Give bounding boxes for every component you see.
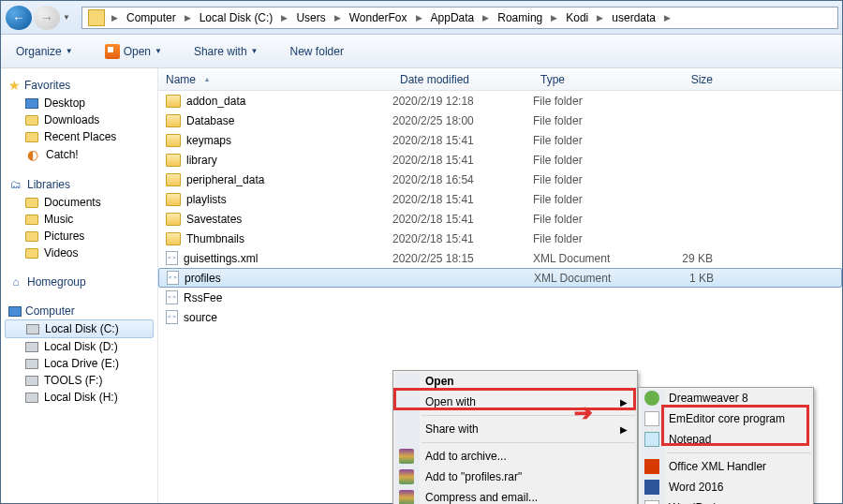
computer-icon bbox=[8, 306, 22, 317]
ctx-label: Share with bbox=[425, 422, 479, 436]
file-row[interactable]: Thumbnails2020/2/18 15:41File folder bbox=[158, 229, 842, 248]
file-row[interactable]: library2020/2/18 15:41File folder bbox=[158, 150, 842, 170]
file-row[interactable]: playlists2020/2/18 15:41File folder bbox=[158, 189, 842, 209]
file-row[interactable]: RssFee bbox=[158, 288, 842, 307]
ctx-open-with[interactable]: Open with▶ bbox=[393, 392, 637, 412]
dropdown-icon: ▼ bbox=[66, 47, 73, 55]
sub-dreamweaver[interactable]: Dreamweaver 8 bbox=[639, 388, 813, 408]
sidebar-item-documents[interactable]: Documents bbox=[1, 194, 157, 211]
ctx-add-profiles-rar[interactable]: Add to "profiles.rar" bbox=[393, 467, 637, 487]
submenu-arrow-icon: ▶ bbox=[620, 424, 628, 435]
file-name-cell: keymaps bbox=[166, 134, 392, 147]
forward-button: → bbox=[34, 6, 60, 30]
sidebar-item-catch[interactable]: ◐Catch! bbox=[1, 145, 157, 164]
favorites-header[interactable]: ★Favorites bbox=[1, 76, 157, 95]
drive-icon bbox=[25, 376, 38, 386]
ctx-label: Compress and email... bbox=[425, 491, 538, 504]
computer-group: Computer Local Disk (C:) Local Disk (D:)… bbox=[1, 303, 157, 406]
crumb-roaming[interactable]: Roaming bbox=[492, 7, 548, 28]
word-icon bbox=[644, 480, 659, 495]
ctx-add-archive[interactable]: Add to archive... bbox=[393, 446, 637, 467]
chevron-right-icon[interactable]: ▶ bbox=[278, 13, 290, 22]
file-name: Database bbox=[186, 114, 234, 127]
sidebar-item-videos[interactable]: Videos bbox=[1, 245, 157, 261]
sidebar-item-downloads[interactable]: Downloads bbox=[1, 111, 157, 128]
column-type[interactable]: Type bbox=[533, 73, 645, 86]
share-with-button[interactable]: Share with ▼ bbox=[188, 41, 264, 62]
address-bar[interactable]: ▶ Computer▶ Local Disk (C:)▶ Users▶ Wond… bbox=[81, 7, 838, 29]
sub-notepad[interactable]: Notepad bbox=[639, 429, 813, 450]
xml-file-icon bbox=[166, 310, 178, 324]
file-date-cell: 2020/2/18 15:41 bbox=[392, 134, 533, 147]
computer-header[interactable]: Computer bbox=[1, 303, 157, 319]
file-date-cell: 2020/2/19 12:18 bbox=[392, 95, 533, 108]
file-row[interactable]: addon_data2020/2/19 12:18File folder bbox=[158, 91, 842, 111]
file-type-cell: File folder bbox=[533, 114, 645, 127]
libraries-header[interactable]: 🗂Libraries bbox=[1, 175, 157, 194]
forward-arrow-icon: → bbox=[40, 10, 53, 25]
history-dropdown[interactable]: ▼ bbox=[61, 13, 72, 22]
sidebar-item-label: TOOLS (F:) bbox=[44, 374, 102, 387]
crumb-kodi[interactable]: Kodi bbox=[560, 7, 594, 28]
sub-officexml[interactable]: Office XML Handler bbox=[639, 456, 813, 477]
sidebar-item-recent[interactable]: Recent Places bbox=[1, 128, 157, 145]
sub-word[interactable]: Word 2016 bbox=[639, 477, 813, 497]
sidebar-item-music[interactable]: Music bbox=[1, 211, 157, 228]
crumb-computer[interactable]: Computer bbox=[121, 7, 182, 28]
rar-icon bbox=[399, 449, 414, 464]
column-name[interactable]: Name▴ bbox=[158, 73, 392, 86]
sidebar-item-drive-e[interactable]: Loca Drive (E:) bbox=[1, 355, 157, 372]
file-name: profiles bbox=[185, 272, 221, 285]
crumb-userdata[interactable]: userdata bbox=[606, 7, 661, 28]
sidebar-item-label: Documents bbox=[44, 196, 101, 209]
chevron-right-icon[interactable]: ▶ bbox=[594, 13, 606, 22]
chevron-right-icon[interactable]: ▶ bbox=[182, 13, 194, 22]
folder-icon bbox=[166, 173, 181, 186]
new-folder-button[interactable]: New folder bbox=[285, 41, 349, 62]
sub-emeditor[interactable]: EmEditor core program bbox=[639, 408, 813, 429]
catch-icon: ◐ bbox=[25, 147, 40, 162]
file-row[interactable]: Savestates2020/2/18 15:41File folder bbox=[158, 209, 842, 229]
file-type-cell: File folder bbox=[533, 193, 645, 206]
crumb-users[interactable]: Users bbox=[290, 7, 331, 28]
file-row[interactable]: source bbox=[158, 307, 842, 327]
column-headers: Name▴ Date modified Type Size bbox=[158, 68, 842, 91]
chevron-right-icon[interactable]: ▶ bbox=[480, 13, 492, 22]
chevron-right-icon[interactable]: ▶ bbox=[109, 13, 121, 22]
homegroup-header[interactable]: ⌂Homegroup bbox=[1, 273, 157, 291]
column-date[interactable]: Date modified bbox=[392, 73, 533, 86]
crumb-appdata[interactable]: AppData bbox=[425, 7, 481, 28]
chevron-right-icon[interactable]: ▶ bbox=[332, 13, 344, 22]
sub-wordpad[interactable]: WordPad bbox=[639, 497, 813, 504]
column-size[interactable]: Size bbox=[645, 73, 720, 86]
file-row[interactable]: guisettings.xml2020/2/25 18:15XML Docume… bbox=[158, 248, 842, 268]
chevron-right-icon[interactable]: ▶ bbox=[413, 13, 425, 22]
chevron-right-icon[interactable]: ▶ bbox=[661, 13, 673, 22]
drive-icon bbox=[25, 393, 38, 403]
crumb-localdisk-c[interactable]: Local Disk (C:) bbox=[194, 7, 279, 28]
sidebar-item-desktop[interactable]: Desktop bbox=[1, 95, 157, 111]
file-row[interactable]: profilesXML Document1 KB bbox=[158, 268, 842, 288]
sidebar-item-drive-d[interactable]: Local Disk (D:) bbox=[1, 338, 157, 355]
ctx-open[interactable]: Open bbox=[393, 371, 637, 392]
file-row[interactable]: Database2020/2/25 18:00File folder bbox=[158, 111, 842, 130]
file-row[interactable]: peripheral_data2020/2/18 16:54File folde… bbox=[158, 170, 842, 189]
sidebar-item-label: Desktop bbox=[44, 96, 85, 110]
ctx-compress-email[interactable]: Compress and email... bbox=[393, 487, 637, 504]
computer-label: Computer bbox=[25, 304, 75, 318]
new-folder-label: New folder bbox=[290, 45, 344, 58]
ctx-share-with[interactable]: Share with▶ bbox=[393, 419, 637, 439]
sidebar-item-drive-f[interactable]: TOOLS (F:) bbox=[1, 372, 157, 389]
open-button[interactable]: Open ▼ bbox=[99, 40, 168, 63]
organize-button[interactable]: Organize ▼ bbox=[10, 41, 79, 62]
sidebar-item-pictures[interactable]: Pictures bbox=[1, 228, 157, 245]
sidebar-item-drive-c[interactable]: Local Disk (C:) bbox=[5, 319, 154, 338]
crumb-wonderfox[interactable]: WonderFox bbox=[344, 7, 413, 28]
sidebar-item-drive-h[interactable]: Local Disk (H:) bbox=[1, 389, 157, 406]
wordpad-icon bbox=[644, 500, 659, 504]
chevron-right-icon[interactable]: ▶ bbox=[548, 13, 560, 22]
file-name-cell: peripheral_data bbox=[166, 173, 392, 186]
share-label: Share with bbox=[194, 45, 247, 58]
file-row[interactable]: keymaps2020/2/18 15:41File folder bbox=[158, 130, 842, 150]
back-button[interactable]: ← bbox=[6, 6, 32, 30]
